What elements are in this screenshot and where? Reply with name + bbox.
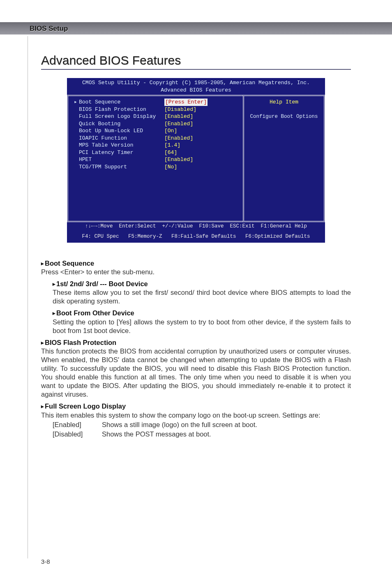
text-flash-protection: This function protects the BIOS from acc…	[41, 347, 351, 399]
bios-help-panel: Help Item Configure Boot Options	[243, 95, 325, 222]
left-rule	[28, 36, 28, 558]
page-title: Advanced BIOS Features	[41, 53, 351, 70]
bios-footer-1: ↑↓←→:Move Enter:Select +/-/:Value F10:Sa…	[67, 222, 325, 232]
text-boot-other: Setting the option to [Yes] allows the s…	[53, 318, 351, 335]
bios-row-quick-booting[interactable]: Quick Booting [Enabled]	[74, 120, 239, 128]
bios-main: ▸Boot Sequence [Press Enter] BIOS Flash …	[67, 95, 325, 222]
bios-row-full-screen-logo[interactable]: Full Screen Logo Display [Enabled]	[74, 113, 239, 120]
bios-screenshot: CMOS Setup Utility - Copyright (C) 1985-…	[67, 78, 325, 243]
setting-key: [Enabled]	[53, 420, 102, 429]
bios-options-panel: ▸Boot Sequence [Press Enter] BIOS Flash …	[67, 95, 243, 222]
help-description: Configure Boot Options	[247, 113, 321, 120]
setting-val: Shows the POST messages at boot.	[102, 430, 211, 439]
bios-footer-2: F4: CPU Spec F5:Memory-Z F8:Fail-Safe De…	[67, 232, 325, 243]
bios-title: CMOS Setup Utility - Copyright (C) 1985-…	[67, 78, 325, 87]
bios-row-pci-latency[interactable]: PCI Latency Timer [64]	[74, 149, 239, 156]
header-title: BIOS Setup	[30, 25, 68, 32]
page-number: 3-8	[41, 558, 50, 565]
bios-row-boot-sequence[interactable]: ▸Boot Sequence [Press Enter]	[74, 99, 239, 106]
heading-flash-protection: BIOS Flash Protection	[41, 338, 351, 347]
bios-row-ioapic[interactable]: IOAPIC Function [Enabled]	[74, 135, 239, 142]
bios-subtitle: Advanced BIOS Features	[67, 87, 325, 95]
setting-row-disabled: [Disabled] Shows the POST messages at bo…	[53, 430, 351, 439]
submenu-arrow-icon: ▸	[74, 99, 79, 106]
page-header: BIOS Setup	[0, 22, 392, 34]
settings-table: [Enabled] Shows a still image (logo) on …	[53, 420, 351, 439]
bios-row-mps-table[interactable]: MPS Table Version [1.4]	[74, 142, 239, 149]
bios-row-tcg-tpm[interactable]: TCG/TPM Support [No]	[74, 163, 239, 171]
bios-row-hpet[interactable]: HPET [Enabled]	[74, 156, 239, 163]
help-title: Help Item	[247, 99, 321, 106]
setting-val: Shows a still image (logo) on the full s…	[102, 420, 257, 429]
heading-boot-sequence: Boot Sequence	[41, 259, 351, 268]
setting-key: [Disabled]	[53, 430, 102, 439]
heading-boot-device: 1st/ 2nd/ 3rd/ --- Boot Device	[53, 280, 351, 288]
bios-row-num-lock[interactable]: Boot Up Num-Lock LED [On]	[74, 127, 239, 135]
text-logo-display: This item enables this system to show th…	[41, 411, 351, 420]
setting-row-enabled: [Enabled] Shows a still image (logo) on …	[53, 420, 351, 429]
bios-row-flash-protection[interactable]: BIOS Flash Protection [Disabled]	[74, 106, 239, 113]
page-body: Advanced BIOS Features CMOS Setup Utilit…	[41, 53, 351, 439]
document-text: Boot Sequence Press <Enter> to enter the…	[41, 259, 351, 439]
text-boot-device: These items allow you to set the first/ …	[53, 288, 351, 305]
heading-logo-display: Full Screen Logo Display	[41, 402, 351, 411]
text-boot-sequence: Press <Enter> to enter the sub-menu.	[41, 268, 351, 276]
heading-boot-other: Boot From Other Device	[53, 309, 351, 317]
